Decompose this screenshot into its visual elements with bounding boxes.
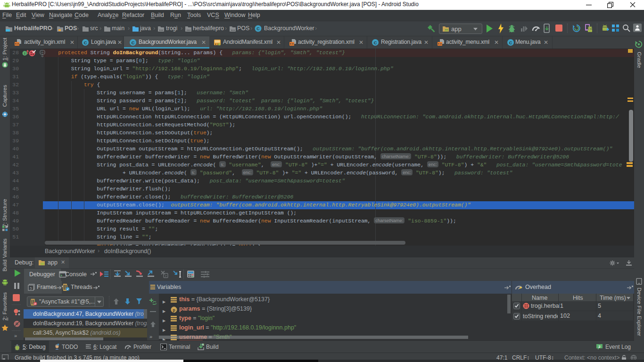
svg-text:01: 01 (202, 344, 204, 346)
svg-text:5: 5 (30, 286, 32, 290)
svg-text:C: C (374, 40, 377, 45)
svg-text:C: C (256, 26, 260, 31)
svg-text:C: C (132, 40, 135, 45)
svg-text:2: 2 (598, 345, 601, 349)
svg-text:I: I (24, 51, 25, 56)
svg-text:p: p (173, 308, 175, 313)
svg-text:C: C (509, 40, 512, 45)
svg-text:C: C (84, 40, 87, 45)
